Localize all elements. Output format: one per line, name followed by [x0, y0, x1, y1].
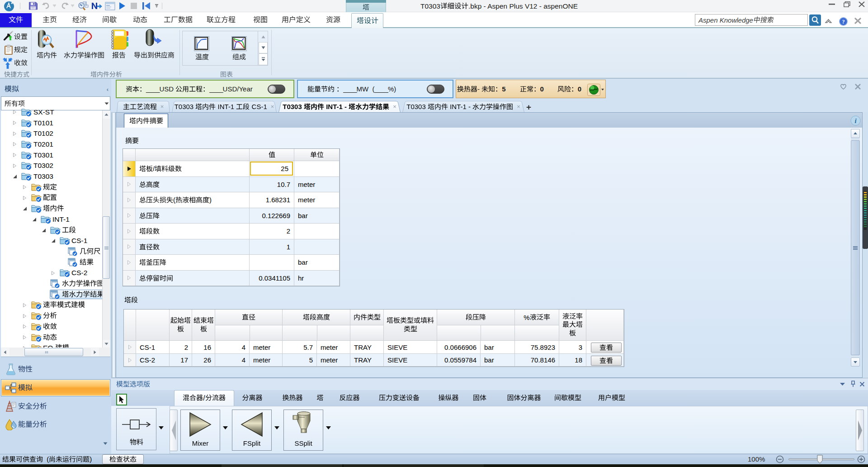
svg-text:?: ? [842, 19, 844, 25]
